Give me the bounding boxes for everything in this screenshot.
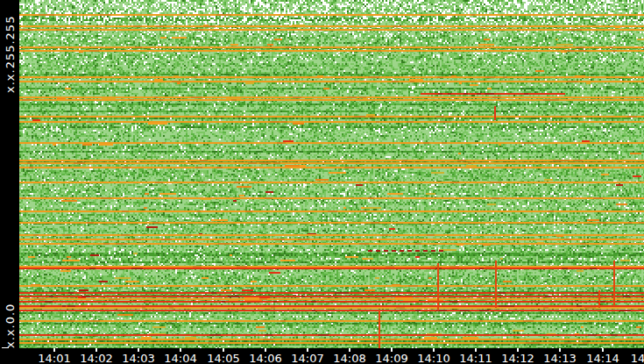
- x-tick-label: 14:01: [38, 352, 70, 364]
- x-tick-label: 14: [631, 352, 644, 364]
- x-tick-label: 14:05: [207, 352, 239, 364]
- x-tick-label: 14:14: [586, 352, 619, 364]
- x-tick-label: 14:13: [543, 352, 576, 364]
- x-tick-label: 14:09: [375, 352, 407, 364]
- heatmap-canvas: [19, 0, 644, 348]
- y-axis-bottom-label: x.x.0.0: [4, 303, 17, 348]
- x-axis: 14:0114:0214:0314:0414:0514:0614:0714:08…: [0, 348, 644, 364]
- x-tick-label: 14:04: [164, 352, 196, 364]
- x-tick-label: 14:11: [459, 352, 492, 364]
- y-axis-top-label: x.x.255.255: [4, 16, 17, 93]
- x-tick-label: 14:02: [80, 352, 112, 364]
- ip-time-heatmap-window: x.x.255.255 x.x.0.0 14:0114:0214:0314:04…: [0, 0, 644, 364]
- x-tick-label: 14:07: [291, 352, 323, 364]
- x-tick-label: 14:06: [249, 352, 281, 364]
- x-tick-label: 14:08: [333, 352, 365, 364]
- x-tick-label: 14:10: [417, 352, 449, 364]
- x-tick-label: 14:03: [122, 352, 154, 364]
- x-tick-label: 14:12: [501, 352, 534, 364]
